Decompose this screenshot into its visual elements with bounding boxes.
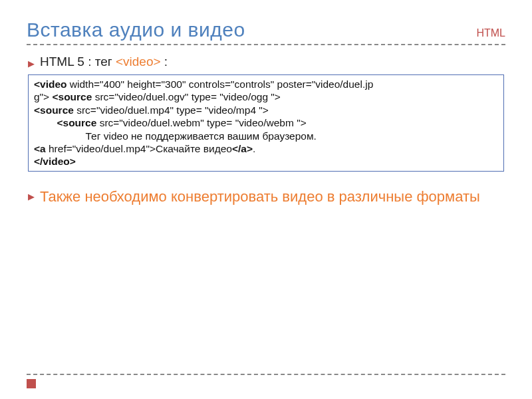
bullet-marker-icon: ▶ — [28, 192, 35, 201]
code-line-5: Тег video не поддерживается вашим браузе… — [34, 130, 498, 142]
corner-square-icon — [27, 379, 36, 388]
bullet-2-text: Также необходимо конвертировать видео в … — [40, 188, 480, 206]
slide-title: Вставка аудио и видео — [27, 19, 245, 41]
bullet-2: ▶ Также необходимо конвертировать видео … — [28, 188, 505, 206]
bullet-1: ▶ HTML 5 : тег <video> : — [28, 55, 505, 69]
code-box: <video width="400" height="300" controls… — [28, 74, 504, 172]
bullet-1-suffix: : — [161, 55, 168, 68]
code-line-4: <source src="video/duel.webm" type= "vid… — [34, 116, 498, 129]
bullet-1-tag: <video> — [116, 55, 161, 68]
code-line-1: <video width="400" height="300" controls… — [34, 78, 498, 90]
divider-bottom — [27, 374, 505, 375]
divider-top — [27, 44, 505, 45]
code-line-6: <a href="video/duel.mp4">Скачайте видео<… — [34, 142, 498, 155]
slide-tag: HTML — [476, 27, 505, 39]
bullet-marker-icon: ▶ — [28, 59, 35, 68]
code-line-3: <source src="video/duel.mp4" type= "vide… — [34, 104, 498, 116]
code-line-7: </video> — [34, 155, 498, 168]
bullet-1-text: HTML 5 : тег <video> : — [40, 55, 168, 69]
bullet-1-prefix: HTML 5 : тег — [40, 55, 116, 68]
code-line-2: g"> <source src="video/duel.ogv" type= "… — [34, 90, 498, 103]
